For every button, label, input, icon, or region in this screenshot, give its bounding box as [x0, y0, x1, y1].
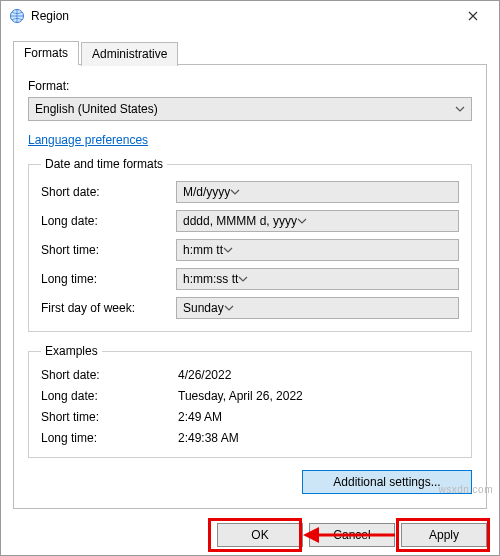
- first-day-value: Sunday: [183, 301, 224, 315]
- ok-button[interactable]: OK: [217, 523, 303, 547]
- region-dialog: Region Formats Administrative Format: En…: [0, 0, 500, 556]
- apply-label: Apply: [429, 528, 459, 542]
- titlebar: Region: [1, 1, 499, 31]
- date-time-formats-group: Date and time formats Short date: M/d/yy…: [28, 157, 472, 332]
- ex-short-time-label: Short time:: [41, 410, 176, 424]
- language-preferences-label: Language preferences: [28, 133, 148, 147]
- ex-short-date-label: Short date:: [41, 368, 176, 382]
- examples-legend: Examples: [41, 344, 102, 358]
- formats-panel: Format: English (United States) Language…: [13, 65, 487, 509]
- format-label: Format:: [28, 79, 472, 93]
- tab-strip: Formats Administrative: [13, 41, 487, 65]
- first-day-label: First day of week:: [41, 301, 176, 315]
- short-date-label: Short date:: [41, 185, 176, 199]
- ex-short-date-value: 4/26/2022: [176, 368, 459, 382]
- ex-long-time-label: Long time:: [41, 431, 176, 445]
- apply-button[interactable]: Apply: [401, 523, 487, 547]
- ok-label: OK: [251, 528, 268, 542]
- chevron-down-icon: [297, 218, 307, 224]
- short-time-select[interactable]: h:mm tt: [176, 239, 459, 261]
- format-select[interactable]: English (United States): [28, 97, 472, 121]
- format-select-value: English (United States): [35, 102, 158, 116]
- short-time-label: Short time:: [41, 243, 176, 257]
- chevron-down-icon: [455, 106, 465, 112]
- date-time-formats-legend: Date and time formats: [41, 157, 167, 171]
- tab-administrative[interactable]: Administrative: [81, 42, 178, 66]
- ex-short-time-value: 2:49 AM: [176, 410, 459, 424]
- long-date-value: dddd, MMMM d, yyyy: [183, 214, 297, 228]
- cancel-button[interactable]: Cancel: [309, 523, 395, 547]
- window-title: Region: [31, 9, 451, 23]
- tab-formats-label: Formats: [24, 46, 68, 60]
- language-preferences-link[interactable]: Language preferences: [28, 133, 148, 147]
- ex-long-date-label: Long date:: [41, 389, 176, 403]
- long-time-select[interactable]: h:mm:ss tt: [176, 268, 459, 290]
- cancel-label: Cancel: [333, 528, 370, 542]
- ex-long-time-value: 2:49:38 AM: [176, 431, 459, 445]
- close-button[interactable]: [451, 2, 495, 30]
- chevron-down-icon: [230, 189, 240, 195]
- additional-settings-row: Additional settings...: [28, 470, 472, 494]
- chevron-down-icon: [224, 305, 234, 311]
- long-date-label: Long date:: [41, 214, 176, 228]
- long-time-value: h:mm:ss tt: [183, 272, 238, 286]
- tab-formats[interactable]: Formats: [13, 41, 79, 65]
- long-date-select[interactable]: dddd, MMMM d, yyyy: [176, 210, 459, 232]
- short-date-value: M/d/yyyy: [183, 185, 230, 199]
- chevron-down-icon: [238, 276, 248, 282]
- short-time-value: h:mm tt: [183, 243, 223, 257]
- short-date-select[interactable]: M/d/yyyy: [176, 181, 459, 203]
- content-area: Formats Administrative Format: English (…: [1, 31, 499, 519]
- globe-icon: [9, 8, 25, 24]
- additional-settings-button[interactable]: Additional settings...: [302, 470, 472, 494]
- tab-administrative-label: Administrative: [92, 47, 167, 61]
- additional-settings-label: Additional settings...: [333, 475, 440, 489]
- long-time-label: Long time:: [41, 272, 176, 286]
- examples-group: Examples Short date: 4/26/2022 Long date…: [28, 344, 472, 458]
- chevron-down-icon: [223, 247, 233, 253]
- first-day-select[interactable]: Sunday: [176, 297, 459, 319]
- dialog-footer: OK Cancel Apply: [211, 523, 487, 547]
- ex-long-date-value: Tuesday, April 26, 2022: [176, 389, 459, 403]
